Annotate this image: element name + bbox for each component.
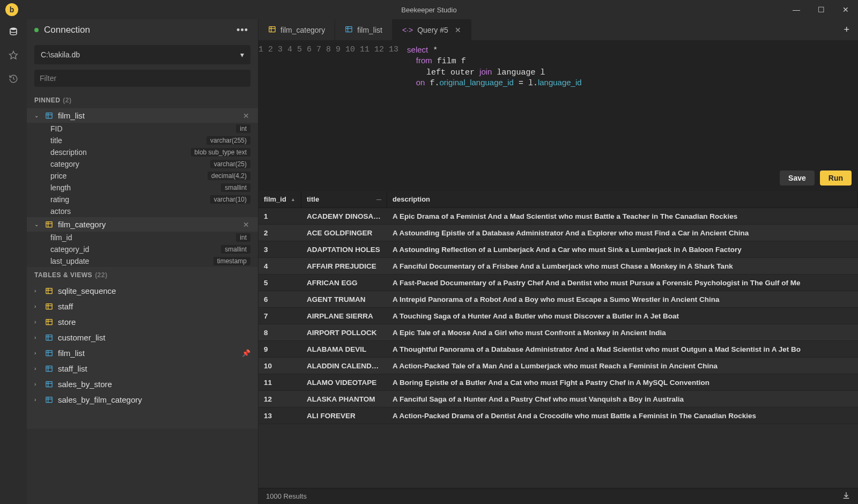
cell-film-id: 13 xyxy=(258,412,301,420)
close-button[interactable]: ✕ xyxy=(833,0,858,19)
column-header-film-id[interactable]: film_id▲ xyxy=(258,191,301,207)
close-icon[interactable]: ✕ xyxy=(455,26,461,34)
result-row[interactable]: 6AGENT TRUMANA Intrepid Panorama of a Ro… xyxy=(258,291,858,308)
column-FID[interactable]: FIDint xyxy=(27,123,258,135)
result-row[interactable]: 12ALASKA PHANTOMA Fanciful Saga of a Hun… xyxy=(258,391,858,407)
star-icon[interactable] xyxy=(6,48,20,62)
sort-asc-icon: ▲ xyxy=(291,197,295,202)
tab-film_list[interactable]: film_list xyxy=(335,19,393,40)
pin-icon[interactable]: 📌 xyxy=(242,349,250,357)
editor-content[interactable]: select * from film f left outer join lan… xyxy=(404,41,858,191)
connection-status: Connection xyxy=(34,25,90,35)
chevron-down-icon: ⌄ xyxy=(34,221,43,227)
column-length[interactable]: lengthsmallint xyxy=(27,182,258,194)
column-category[interactable]: categoryvarchar(25) xyxy=(27,158,258,170)
database-selector[interactable]: C:\sakila.db ▾ xyxy=(34,45,250,64)
result-row[interactable]: 2ACE GOLDFINGERA Astounding Epistle of a… xyxy=(258,225,858,241)
svg-rect-32 xyxy=(269,26,275,32)
table-item-customer_list[interactable]: ›customer_list xyxy=(27,330,258,345)
content-area: film_categoryfilm_list<·>Query #5✕ + 1 2… xyxy=(258,19,858,504)
chevron-down-icon: ▾ xyxy=(240,50,244,59)
editor-actions: Save Run xyxy=(780,171,852,186)
tab-query5[interactable]: <·>Query #5✕ xyxy=(393,19,471,40)
column-name: rating xyxy=(50,195,69,204)
result-row[interactable]: 4AFFAIR PREJUDICEA Fanciful Documentary … xyxy=(258,258,858,275)
column-name: description xyxy=(50,148,87,157)
tab-film_category[interactable]: film_category xyxy=(258,19,335,40)
result-row[interactable]: 9ALABAMA DEVILA Thoughtful Panorama of a… xyxy=(258,341,858,358)
results-body[interactable]: 1ACADEMY DINOSAURA Epic Drama of a Femin… xyxy=(258,208,858,488)
pinned-item-film_list[interactable]: ⌄film_list✕ xyxy=(27,108,258,123)
close-icon[interactable]: ✕ xyxy=(242,112,250,120)
column-category_id[interactable]: category_idsmallint xyxy=(27,243,258,255)
cell-title: AFRICAN EGG xyxy=(301,279,387,287)
item-label: customer_list xyxy=(58,333,105,342)
svg-rect-2 xyxy=(46,113,52,118)
column-actors[interactable]: actors xyxy=(27,205,258,217)
connection-menu-button[interactable]: ••• xyxy=(234,25,250,36)
column-price[interactable]: pricedecimal(4,2) xyxy=(27,170,258,182)
connection-label: Connection xyxy=(44,25,90,35)
view-icon xyxy=(45,396,55,404)
result-row[interactable]: 11ALAMO VIDEOTAPEA Boring Epistle of a B… xyxy=(258,374,858,391)
column-last_update[interactable]: last_updatetimestamp xyxy=(27,255,258,267)
table-icon xyxy=(45,220,55,228)
add-tab-button[interactable]: + xyxy=(835,19,858,40)
table-item-staff[interactable]: ›staff xyxy=(27,299,258,314)
results-header: film_id▲ title— description xyxy=(258,191,858,208)
result-row[interactable]: 5AFRICAN EGGA Fast-Paced Documentary of … xyxy=(258,275,858,291)
column-rating[interactable]: ratingvarchar(10) xyxy=(27,194,258,205)
column-type-badge: smallint xyxy=(221,183,250,192)
filter-input[interactable] xyxy=(34,70,250,87)
svg-rect-17 xyxy=(46,335,52,340)
chevron-right-icon: › xyxy=(34,350,43,356)
item-label: film_list xyxy=(58,349,85,358)
database-icon[interactable] xyxy=(6,25,20,39)
result-row[interactable]: 1ACADEMY DINOSAURA Epic Drama of a Femin… xyxy=(258,208,858,225)
column-type-badge: varchar(10) xyxy=(210,195,250,204)
cell-description: A Fanciful Documentary of a Frisbee And … xyxy=(387,262,858,270)
tab-label: film_category xyxy=(280,26,325,34)
column-name: FID xyxy=(50,124,63,133)
close-icon[interactable]: ✕ xyxy=(242,220,250,229)
column-title[interactable]: titlevarchar(255) xyxy=(27,135,258,146)
tables-section-header: TABLES & VIEWS(22) xyxy=(27,267,258,283)
table-item-sqlite_sequence[interactable]: ›sqlite_sequence xyxy=(27,283,258,299)
save-button[interactable]: Save xyxy=(780,171,815,186)
column-film_id[interactable]: film_idint xyxy=(27,232,258,243)
history-icon[interactable] xyxy=(6,72,20,86)
item-label: store xyxy=(58,317,76,327)
column-name: title xyxy=(50,136,62,145)
result-row[interactable]: 8AIRPORT POLLOCKA Epic Tale of a Moose A… xyxy=(258,324,858,341)
chevron-right-icon: › xyxy=(34,319,43,325)
view-icon xyxy=(45,333,55,342)
table-item-sales_by_film_category[interactable]: ›sales_by_film_category xyxy=(27,392,258,407)
minimize-button[interactable]: — xyxy=(784,0,809,19)
sql-editor[interactable]: 1 2 3 4 5 6 7 8 9 10 11 12 13 select * f… xyxy=(258,41,858,191)
view-icon xyxy=(45,112,55,120)
svg-rect-5 xyxy=(46,222,52,227)
result-row[interactable]: 7AIRPLANE SIERRAA Touching Saga of a Hun… xyxy=(258,308,858,324)
run-button[interactable]: Run xyxy=(820,171,852,186)
item-label: film_category xyxy=(58,220,106,229)
cell-title: ACE GOLDFINGER xyxy=(301,229,387,237)
table-item-sales_by_store[interactable]: ›sales_by_store xyxy=(27,376,258,392)
column-type-badge: varchar(255) xyxy=(206,136,250,145)
result-row[interactable]: 3ADAPTATION HOLESA Astounding Reflection… xyxy=(258,241,858,258)
column-header-title[interactable]: title— xyxy=(301,191,387,207)
chevron-right-icon: › xyxy=(34,397,43,403)
cell-title: ADAPTATION HOLES xyxy=(301,246,387,254)
result-row[interactable]: 10ALADDIN CALENDARA Action-Packed Tale o… xyxy=(258,358,858,374)
column-header-description[interactable]: description xyxy=(387,191,858,207)
table-item-staff_list[interactable]: ›staff_list xyxy=(27,361,258,376)
result-row[interactable]: 13ALI FOREVERA Action-Packed Drama of a … xyxy=(258,407,858,424)
column-description[interactable]: descriptionblob sub_type text xyxy=(27,146,258,158)
column-name: category xyxy=(50,160,79,168)
maximize-button[interactable]: ☐ xyxy=(809,0,833,19)
table-item-film_list[interactable]: ›film_list📌 xyxy=(27,345,258,361)
pinned-item-film_category[interactable]: ⌄film_category✕ xyxy=(27,217,258,232)
download-icon[interactable] xyxy=(842,491,850,501)
column-name: last_update xyxy=(50,257,89,265)
cell-description: A Touching Saga of a Hunter And a Butler… xyxy=(387,312,858,320)
table-item-store[interactable]: ›store xyxy=(27,314,258,330)
